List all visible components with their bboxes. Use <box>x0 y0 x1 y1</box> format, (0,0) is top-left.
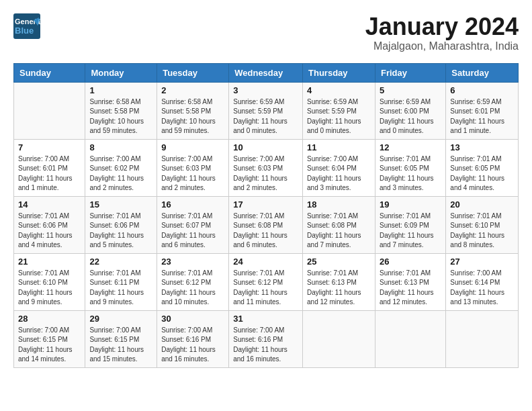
calendar-cell: 14Sunrise: 7:01 AMSunset: 6:06 PMDayligh… <box>14 196 85 253</box>
day-number: 31 <box>233 314 298 324</box>
day-number: 13 <box>450 142 514 152</box>
day-info: Sunrise: 7:00 AMSunset: 6:15 PMDaylight:… <box>89 326 152 365</box>
day-info: Sunrise: 7:00 AMSunset: 6:04 PMDaylight:… <box>307 154 371 193</box>
calendar-cell <box>446 310 519 367</box>
logo-icon: General Blue <box>13 13 40 39</box>
calendar-cell: 12Sunrise: 7:01 AMSunset: 6:05 PMDayligh… <box>375 139 445 196</box>
day-info: Sunrise: 7:01 AMSunset: 6:06 PMDaylight:… <box>89 212 152 250</box>
calendar-cell: 10Sunrise: 7:00 AMSunset: 6:03 PMDayligh… <box>229 139 303 196</box>
calendar-cell: 29Sunrise: 7:00 AMSunset: 6:15 PMDayligh… <box>85 310 157 367</box>
day-info: Sunrise: 6:59 AMSunset: 6:00 PMDaylight:… <box>380 97 441 136</box>
day-number: 12 <box>380 142 441 152</box>
day-number: 10 <box>233 142 298 152</box>
title-block: January 2024 Majalgaon, Maharashtra, Ind… <box>365 13 519 52</box>
day-info: Sunrise: 7:01 AMSunset: 6:12 PMDaylight:… <box>233 269 298 308</box>
day-number: 11 <box>307 142 371 152</box>
day-info: Sunrise: 7:01 AMSunset: 6:13 PMDaylight:… <box>307 269 371 308</box>
calendar-week-3: 14Sunrise: 7:01 AMSunset: 6:06 PMDayligh… <box>14 196 519 253</box>
calendar-week-2: 7Sunrise: 7:00 AMSunset: 6:01 PMDaylight… <box>14 139 519 196</box>
calendar-header-saturday: Saturday <box>446 63 519 82</box>
logo: General Blue <box>13 13 40 39</box>
calendar-cell: 8Sunrise: 7:00 AMSunset: 6:02 PMDaylight… <box>85 139 157 196</box>
calendar-body: 1Sunrise: 6:58 AMSunset: 5:58 PMDaylight… <box>14 82 519 367</box>
calendar-cell: 13Sunrise: 7:01 AMSunset: 6:05 PMDayligh… <box>446 139 519 196</box>
day-info: Sunrise: 7:01 AMSunset: 6:09 PMDaylight:… <box>380 212 441 250</box>
calendar-cell: 24Sunrise: 7:01 AMSunset: 6:12 PMDayligh… <box>229 253 303 310</box>
calendar-cell: 22Sunrise: 7:01 AMSunset: 6:11 PMDayligh… <box>85 253 157 310</box>
calendar-cell <box>375 310 445 367</box>
calendar-cell: 4Sunrise: 6:59 AMSunset: 5:59 PMDaylight… <box>303 82 375 139</box>
calendar-week-5: 28Sunrise: 7:00 AMSunset: 6:15 PMDayligh… <box>14 310 519 367</box>
day-info: Sunrise: 7:00 AMSunset: 6:16 PMDaylight:… <box>161 326 224 365</box>
calendar-cell: 21Sunrise: 7:01 AMSunset: 6:10 PMDayligh… <box>14 253 85 310</box>
day-info: Sunrise: 7:01 AMSunset: 6:12 PMDaylight:… <box>161 269 224 308</box>
calendar-cell: 1Sunrise: 6:58 AMSunset: 5:58 PMDaylight… <box>85 82 157 139</box>
page-header: General Blue January 2024 Majalgaon, Mah… <box>13 13 519 52</box>
day-info: Sunrise: 7:00 AMSunset: 6:02 PMDaylight:… <box>89 154 152 193</box>
month-title: January 2024 <box>365 13 519 40</box>
calendar-cell: 19Sunrise: 7:01 AMSunset: 6:09 PMDayligh… <box>375 196 445 253</box>
calendar-header-monday: Monday <box>85 63 157 82</box>
calendar-header-wednesday: Wednesday <box>229 63 303 82</box>
calendar-cell: 3Sunrise: 6:59 AMSunset: 5:59 PMDaylight… <box>229 82 303 139</box>
calendar-cell <box>14 82 85 139</box>
calendar-cell: 27Sunrise: 7:00 AMSunset: 6:14 PMDayligh… <box>446 253 519 310</box>
day-number: 20 <box>450 199 514 210</box>
day-info: Sunrise: 7:01 AMSunset: 6:10 PMDaylight:… <box>18 269 81 308</box>
calendar-cell: 9Sunrise: 7:00 AMSunset: 6:03 PMDaylight… <box>157 139 229 196</box>
calendar-cell: 31Sunrise: 7:00 AMSunset: 6:16 PMDayligh… <box>229 310 303 367</box>
day-number: 9 <box>161 142 224 152</box>
day-number: 24 <box>233 257 298 267</box>
calendar-cell: 18Sunrise: 7:01 AMSunset: 6:08 PMDayligh… <box>303 196 375 253</box>
day-info: Sunrise: 7:01 AMSunset: 6:08 PMDaylight:… <box>307 212 371 250</box>
day-number: 28 <box>18 314 81 324</box>
day-info: Sunrise: 7:00 AMSunset: 6:03 PMDaylight:… <box>161 154 224 193</box>
day-info: Sunrise: 7:00 AMSunset: 6:16 PMDaylight:… <box>233 326 298 365</box>
day-info: Sunrise: 6:59 AMSunset: 6:01 PMDaylight:… <box>450 97 514 136</box>
calendar-cell: 20Sunrise: 7:01 AMSunset: 6:10 PMDayligh… <box>446 196 519 253</box>
day-number: 15 <box>89 199 152 210</box>
day-number: 26 <box>380 257 441 267</box>
day-number: 22 <box>89 257 152 267</box>
calendar-header-row: SundayMondayTuesdayWednesdayThursdayFrid… <box>14 63 519 82</box>
day-info: Sunrise: 7:01 AMSunset: 6:10 PMDaylight:… <box>450 212 514 250</box>
day-info: Sunrise: 7:01 AMSunset: 6:05 PMDaylight:… <box>380 154 441 193</box>
day-number: 19 <box>380 199 441 210</box>
day-number: 29 <box>89 314 152 324</box>
day-info: Sunrise: 7:00 AMSunset: 6:01 PMDaylight:… <box>18 154 81 193</box>
day-info: Sunrise: 6:58 AMSunset: 5:58 PMDaylight:… <box>161 97 224 136</box>
calendar-cell: 28Sunrise: 7:00 AMSunset: 6:15 PMDayligh… <box>14 310 85 367</box>
calendar-cell: 25Sunrise: 7:01 AMSunset: 6:13 PMDayligh… <box>303 253 375 310</box>
day-info: Sunrise: 7:01 AMSunset: 6:05 PMDaylight:… <box>450 154 514 193</box>
calendar-week-4: 21Sunrise: 7:01 AMSunset: 6:10 PMDayligh… <box>14 253 519 310</box>
calendar-header-friday: Friday <box>375 63 445 82</box>
svg-text:Blue: Blue <box>15 26 34 36</box>
day-info: Sunrise: 7:01 AMSunset: 6:11 PMDaylight:… <box>89 269 152 308</box>
day-info: Sunrise: 6:59 AMSunset: 5:59 PMDaylight:… <box>307 97 371 136</box>
day-number: 2 <box>161 85 224 95</box>
location: Majalgaon, Maharashtra, India <box>365 40 519 52</box>
day-number: 30 <box>161 314 224 324</box>
calendar-cell <box>303 310 375 367</box>
day-info: Sunrise: 7:01 AMSunset: 6:07 PMDaylight:… <box>161 212 224 250</box>
day-number: 5 <box>380 85 441 95</box>
day-number: 23 <box>161 257 224 267</box>
calendar-cell: 30Sunrise: 7:00 AMSunset: 6:16 PMDayligh… <box>157 310 229 367</box>
calendar-header-thursday: Thursday <box>303 63 375 82</box>
day-number: 8 <box>89 142 152 152</box>
calendar-header-sunday: Sunday <box>14 63 85 82</box>
day-info: Sunrise: 7:01 AMSunset: 6:13 PMDaylight:… <box>380 269 441 308</box>
day-number: 18 <box>307 199 371 210</box>
calendar-table: SundayMondayTuesdayWednesdayThursdayFrid… <box>13 63 519 368</box>
day-number: 1 <box>89 85 152 95</box>
day-number: 4 <box>307 85 371 95</box>
day-number: 16 <box>161 199 224 210</box>
day-number: 27 <box>450 257 514 267</box>
day-number: 6 <box>450 85 514 95</box>
day-number: 21 <box>18 257 81 267</box>
day-info: Sunrise: 6:59 AMSunset: 5:59 PMDaylight:… <box>233 97 298 136</box>
calendar-cell: 2Sunrise: 6:58 AMSunset: 5:58 PMDaylight… <box>157 82 229 139</box>
calendar-cell: 17Sunrise: 7:01 AMSunset: 6:08 PMDayligh… <box>229 196 303 253</box>
day-number: 25 <box>307 257 371 267</box>
day-info: Sunrise: 7:01 AMSunset: 6:06 PMDaylight:… <box>18 212 81 250</box>
